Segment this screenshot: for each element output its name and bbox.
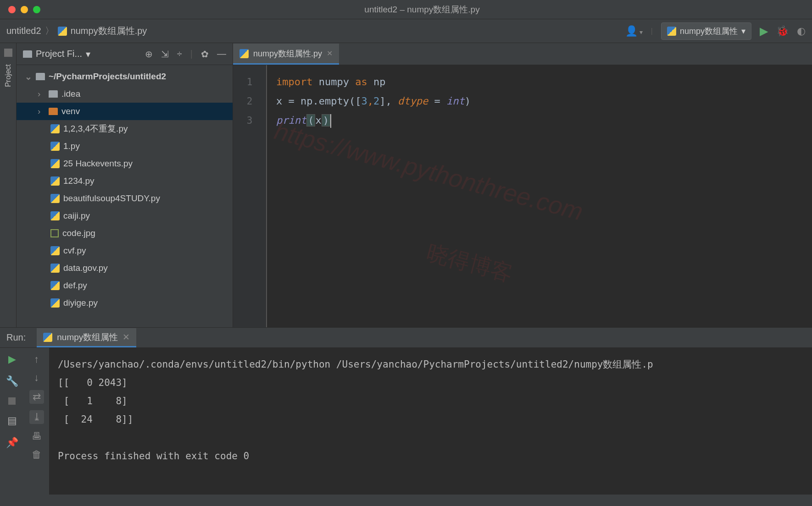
scroll-end-icon[interactable]: ⤓ — [29, 410, 44, 424]
code-text: = — [428, 95, 446, 107]
run-panel: Run: numpy数组属性 ✕ ▶ 🔧 ▤ 📌 ↑ ↓ ⇄ ⤓ 🖶 🗑 /Us… — [0, 327, 812, 495]
code-text: ], — [379, 95, 398, 107]
keyword: as — [355, 76, 367, 88]
python-file-icon — [50, 246, 60, 255]
down-arrow-icon[interactable]: ↓ — [34, 372, 39, 384]
tree-folder-idea[interactable]: › .idea — [17, 85, 233, 103]
tree-item-label: 1234.py — [63, 176, 95, 186]
print-icon[interactable]: 🖶 — [32, 430, 42, 442]
folder-icon — [36, 73, 45, 80]
sidebar-header: Project Fi... ▾ ⊕ ⇲ ÷ | ✿ — — [17, 43, 233, 65]
line-number: 2 — [233, 92, 266, 111]
tree-file[interactable]: 25 Hackevents.py — [17, 155, 233, 172]
python-file-icon — [239, 49, 249, 58]
tree-item-label: diyige.py — [63, 298, 98, 308]
brace: ( — [306, 114, 315, 126]
pin-icon[interactable]: 📌 — [6, 437, 18, 449]
tree-item-label: 1,2,3,4不重复.py — [63, 123, 128, 135]
console-line: [ 24 8]] — [58, 414, 133, 425]
editor-tabs: numpy数组属性.py ✕ — [233, 43, 812, 65]
tree-file[interactable]: 1.py — [17, 138, 233, 155]
sidebar-view-selector[interactable]: Project Fi... — [36, 49, 82, 59]
run-panel-label: Run: — [6, 332, 26, 343]
close-tab-icon[interactable]: ✕ — [122, 332, 130, 342]
tree-file[interactable]: 1,2,3,4不重复.py — [17, 120, 233, 138]
line-number: 3 — [233, 111, 266, 130]
tree-item-label: data.gov.py — [63, 263, 108, 273]
tree-item-label: beautifulsoup4STUDY.py — [63, 193, 160, 204]
minimize-icon[interactable]: — — [217, 49, 226, 60]
project-tool-tab[interactable]: Project — [0, 43, 17, 327]
close-window-button[interactable] — [8, 6, 16, 13]
python-file-icon — [50, 176, 60, 186]
breadcrumb-file[interactable]: numpy数组属性.py — [71, 25, 147, 37]
target-icon[interactable]: ⊕ — [145, 49, 153, 60]
builtin: print — [276, 115, 306, 126]
tree-file[interactable]: code.jpg — [17, 225, 233, 242]
project-icon — [4, 49, 12, 57]
breadcrumb: untitled2 〉 numpy数组属性.py — [6, 25, 147, 37]
minimize-window-button[interactable] — [21, 6, 28, 13]
stop-button[interactable]: ◐ — [797, 25, 806, 37]
tree-folder-venv[interactable]: › venv — [17, 103, 233, 120]
python-file-icon — [50, 159, 60, 168]
tree-file[interactable]: data.gov.py — [17, 259, 233, 277]
tree-file[interactable]: def.py — [17, 277, 233, 294]
tree-file[interactable]: beautifulsoup4STUDY.py — [17, 190, 233, 207]
expand-icon[interactable]: ⇲ — [161, 49, 169, 60]
run-toolbar-right: ↑ ↓ ⇄ ⤓ 🖶 🗑 — [24, 348, 50, 495]
code-text: x = np.empty([ — [276, 95, 361, 107]
user-icon[interactable]: 👤 — [625, 25, 643, 37]
python-file-icon — [50, 211, 60, 220]
tree-item-label: 1.py — [63, 141, 80, 151]
layout-icon[interactable]: ▤ — [7, 415, 17, 427]
console-output[interactable]: /Users/yanchao/.conda/envs/untitled2/bin… — [50, 348, 812, 495]
gear-icon[interactable]: ✿ — [201, 49, 209, 60]
python-file-icon — [50, 264, 60, 273]
wrench-icon[interactable]: 🔧 — [6, 375, 18, 387]
console-line: [[ 0 2043] — [58, 377, 128, 388]
run-panel-tabs: Run: numpy数组属性 ✕ — [0, 328, 812, 348]
tree-file[interactable]: caiji.py — [17, 207, 233, 225]
python-file-icon — [58, 27, 67, 36]
run-tab-active[interactable]: numpy数组属性 ✕ — [37, 328, 136, 347]
tree-file[interactable]: 1234.py — [17, 172, 233, 190]
debug-button[interactable]: 🐞 — [776, 25, 789, 37]
titlebar: untitled2 – numpy数组属性.py — [0, 0, 812, 19]
editor-tab-active[interactable]: numpy数组属性.py ✕ — [233, 44, 339, 65]
python-file-icon — [667, 27, 676, 36]
code-area[interactable]: import numpy as np x = np.empty([3,2], d… — [266, 65, 812, 327]
console-command: /Users/yanchao/.conda/envs/untitled2/bin… — [58, 359, 653, 370]
chevron-right-icon: › — [38, 106, 45, 116]
tree-file[interactable]: cvf.py — [17, 242, 233, 259]
run-configuration-selector[interactable]: numpy数组属性 ▾ — [661, 22, 751, 40]
tree-file[interactable]: diyige.py — [17, 294, 233, 312]
console-exit: Process finished with exit code 0 — [58, 451, 249, 462]
tree-root[interactable]: ⌄ ~/PycharmProjects/untitled2 — [17, 68, 233, 85]
code-text: np — [373, 76, 386, 88]
stop-button[interactable] — [8, 397, 16, 405]
editor: numpy数组属性.py ✕ 1 2 3 import numpy as np … — [233, 43, 812, 327]
collapse-icon[interactable]: ÷ — [177, 49, 182, 60]
up-arrow-icon[interactable]: ↑ — [34, 353, 39, 365]
breadcrumb-root[interactable]: untitled2 — [6, 26, 41, 36]
trash-icon[interactable]: 🗑 — [32, 449, 42, 461]
close-tab-icon[interactable]: ✕ — [327, 49, 333, 58]
number: 2 — [373, 95, 379, 107]
zoom-window-button[interactable] — [33, 6, 40, 13]
rerun-button[interactable]: ▶ — [8, 353, 16, 365]
line-number: 1 — [233, 72, 266, 92]
console-line: [ 1 8] — [58, 396, 128, 407]
image-file-icon — [50, 229, 59, 237]
folder-icon — [49, 90, 58, 98]
chevron-down-icon: ▾ — [86, 49, 90, 60]
code-text: ) — [465, 95, 471, 107]
python-file-icon — [50, 298, 60, 308]
run-button[interactable]: ▶ — [760, 25, 768, 38]
line-number-gutter: 1 2 3 — [233, 65, 266, 327]
tree-item-label: venv — [61, 106, 80, 116]
keyword: import — [276, 76, 312, 88]
soft-wrap-icon[interactable]: ⇄ — [29, 390, 44, 404]
editor-body[interactable]: 1 2 3 import numpy as np x = np.empty([3… — [233, 65, 812, 327]
number: 3 — [361, 95, 367, 107]
